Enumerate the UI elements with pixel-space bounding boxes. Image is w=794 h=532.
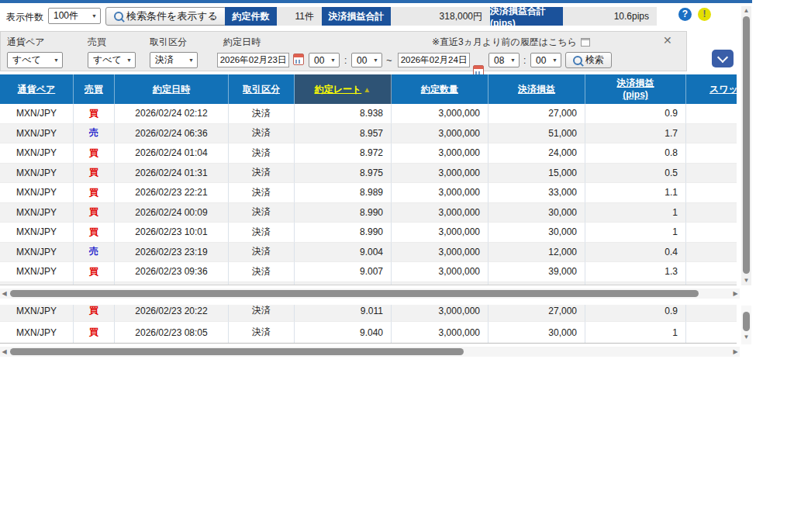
minute-from-select[interactable]: 00 ▼ [351,53,382,67]
cell-type: 決済 [229,164,295,184]
cell-datetime: 2026/02/23 10:01 [115,223,229,243]
cell-side: 買 [74,143,115,164]
column-header-pl[interactable]: 決済損益 [488,74,585,104]
column-header-type[interactable]: 取引区分 [229,74,295,104]
side-select[interactable]: すべて ▼ [88,52,136,68]
column-header-rate[interactable]: 約定レート▲ [295,74,392,104]
column-header-pair[interactable]: 通貨ペア [0,74,74,104]
cell-pips: 1.7 [585,124,686,144]
cell-rate: 9.011 [295,305,392,322]
cell-pair: MXN/JPY [0,282,74,286]
cell-pl: 27,000 [488,305,585,322]
scrollbar-thumb[interactable] [10,290,699,297]
old-history-link[interactable]: ※直近3ヵ月より前の履歴はこちら [432,36,590,49]
new-window-icon [581,38,590,47]
collapse-panel-button[interactable] [712,50,734,67]
horizontal-scrollbar[interactable]: ◀ ▶ [0,288,740,299]
chevron-down-icon [717,51,728,62]
currency-pair-select[interactable]: すべて ▼ [7,52,63,68]
alert-icon[interactable]: ! [698,8,711,21]
cell-rate: 8.972 [295,143,392,164]
cell-side: 買 [74,282,115,286]
cell-qty: 3,000,000 [392,124,488,144]
chevron-down-icon[interactable]: ▼ [741,333,751,340]
table-overflow-panel: MXN/JPY買2026/02/23 20:22決済9.0113,000,000… [0,305,737,344]
cell-rate: 9.004 [295,243,392,263]
cell-qty: 3,000,000 [392,305,488,322]
cell-datetime: 2026/02/24 01:04 [115,143,229,164]
trade-type-label: 取引区分 [150,36,187,49]
select-arrow-icon: ▼ [552,57,558,63]
date-to-input[interactable]: 2026年02月24日 [398,53,470,67]
column-header-pips[interactable]: 決済損益(pips) [585,74,686,104]
cell-pair: MXN/JPY [0,164,74,184]
display-count-select[interactable]: 100件 ▼ [48,8,101,24]
chevron-down-icon[interactable]: ▼ [741,277,751,284]
cell-pl: 39,000 [488,262,585,282]
cell-pl: 27,000 [488,282,585,286]
summary-stats: 約定件数 11件 決済損益合計 318,000円 決済損益合計(pips) 10… [225,7,657,26]
cell-pips: 0.5 [585,164,686,184]
scrollbar-track[interactable] [9,347,731,357]
close-icon[interactable]: ✕ [663,34,672,47]
stat-badge-total-pl-pips: 決済損益合計(pips) [490,7,563,26]
chevron-left-icon[interactable]: ◀ [0,348,9,355]
cell-pair: MXN/JPY [0,223,74,243]
cell-pair: MXN/JPY [0,305,74,322]
cell-swap [686,104,737,124]
column-header-label: 決済損益 [518,84,555,95]
calendar-icon[interactable] [293,54,304,65]
cell-pips: 0.9 [585,305,686,322]
cell-qty: 3,000,000 [392,282,488,286]
cell-pl: 12,000 [488,243,585,263]
cell-datetime: 2026/02/23 20:22 [115,305,229,322]
cell-pips: 1.1 [585,183,686,203]
cell-rate: 8.975 [295,164,392,184]
scrollbar-thumb[interactable] [10,348,464,355]
cell-pair: MXN/JPY [0,262,74,282]
minute-to-select[interactable]: 00 ▼ [530,53,561,67]
scrollbar-thumb[interactable] [743,16,750,274]
vertical-scrollbar[interactable]: ▼ [741,306,751,344]
hour-from-select[interactable]: 00 ▼ [309,53,340,67]
scrollbar-track[interactable] [9,288,731,299]
cell-datetime: 2026/02/23 23:19 [115,243,229,263]
show-search-conditions-button[interactable]: 検索条件を表示する [105,7,226,26]
cell-qty: 3,000,000 [392,143,488,164]
scrollbar-thumb[interactable] [743,312,750,331]
cell-pips: 0.9 [585,104,686,124]
date-from-input[interactable]: 2026年02月23日 [217,53,289,67]
chevron-right-icon[interactable]: ▶ [731,348,740,355]
vertical-scrollbar[interactable]: ▲ ▼ [741,6,751,285]
horizontal-scrollbar[interactable]: ◀ ▶ [0,347,740,357]
hour-to-select[interactable]: 08 ▼ [488,53,520,67]
stat-value-executions: 11件 [277,7,322,26]
exec-datetime-label: 約定日時 [223,36,261,49]
cell-pl: 27,000 [488,104,585,124]
chevron-up-icon[interactable]: ▲ [741,7,751,14]
column-header-qty[interactable]: 約定数量 [392,74,488,104]
column-header-swap[interactable]: スワップ [686,74,737,104]
table-row: MXN/JPY売2026/02/24 06:36決済8.9573,000,000… [0,124,737,144]
cell-pair: MXN/JPY [0,322,74,344]
cell-pair: MXN/JPY [0,104,74,124]
chevron-left-icon[interactable]: ◀ [0,290,9,297]
trade-type-select[interactable]: 決済 ▼ [150,52,198,68]
column-header-datetime[interactable]: 約定日時 [115,74,229,104]
cell-swap [686,243,737,263]
table-row: MXN/JPY買2026/02/24 00:09決済8.9903,000,000… [0,203,737,223]
column-header-side[interactable]: 売買 [74,74,115,104]
table-body-overflow: MXN/JPY買2026/02/23 20:22決済9.0113,000,000… [0,305,737,344]
search-button[interactable]: 検索 [565,52,612,68]
table-row: MXN/JPY買2026/02/23 09:36決済9.0073,000,000… [0,262,737,282]
cell-swap [686,305,737,322]
cell-rate: 9.011 [295,282,392,286]
select-arrow-icon: ▼ [188,57,194,63]
cell-type: 決済 [229,124,295,144]
cell-type: 決済 [229,322,295,344]
help-icon[interactable]: ? [678,8,692,21]
time-colon: : [523,55,526,66]
chevron-right-icon[interactable]: ▶ [731,290,740,297]
cell-swap [686,143,737,164]
cell-type: 決済 [229,203,295,223]
